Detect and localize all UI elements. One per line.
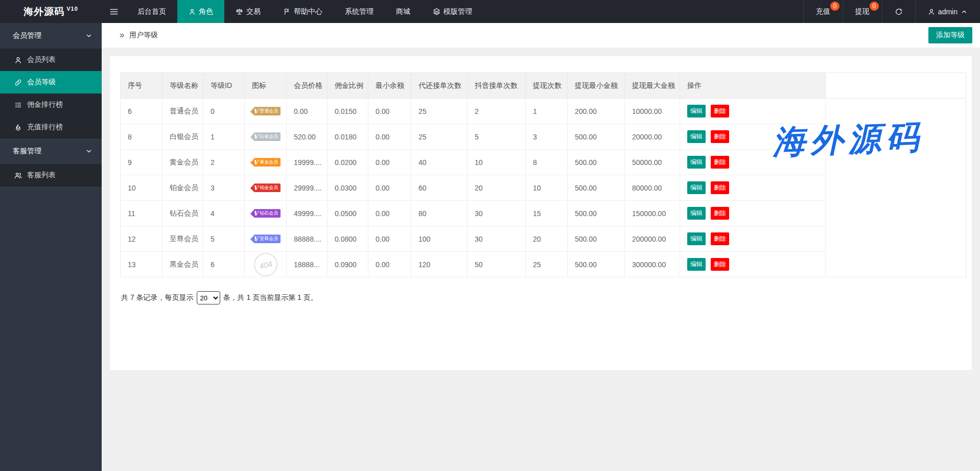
nav-item-7[interactable]: 模版管理 [422, 0, 483, 23]
sidebar-item-客服列表[interactable]: 客服列表 [0, 164, 102, 186]
recharge-menu-item[interactable]: 充值 0 [803, 0, 843, 23]
delete-button[interactable]: 删除 [711, 105, 729, 117]
cell-filler [826, 201, 966, 226]
nav-item-label: 交易 [246, 7, 261, 16]
cell-level_id: 1 [203, 124, 245, 150]
column-header-3: 等级ID [203, 73, 245, 99]
cell-level_id: 4 [203, 201, 245, 226]
cell-repay_orders: 40 [411, 150, 468, 175]
cell-douyin_orders: 50 [468, 252, 526, 277]
delete-button[interactable]: 删除 [711, 156, 729, 169]
cell-repay_orders: 60 [411, 175, 468, 201]
layers-icon [433, 8, 440, 15]
table-row: 6普通会员0V普通会员0.000.01500.002521200.0010000… [121, 99, 966, 124]
sidebar-group-1[interactable]: 会员管理 [0, 23, 102, 49]
table-header-row: 序号等级名称等级ID图标会员价格佣金比例最小余额代还接单次数抖音接单次数提现次数… [121, 73, 966, 99]
page-size-select[interactable]: 20 [197, 291, 220, 304]
sidebar-item-佣金排行榜[interactable]: 佣金排行榜 [0, 93, 102, 116]
refresh-button[interactable] [882, 0, 915, 23]
cell-actions: 编辑 删除 [680, 99, 826, 124]
cell-actions: 编辑 删除 [680, 150, 826, 175]
sidebar-group-label: 客服管理 [13, 147, 41, 156]
nav-item-2[interactable]: 角色 [177, 0, 224, 23]
edit-button[interactable]: 编辑 [687, 207, 706, 220]
delete-button[interactable]: 删除 [711, 258, 729, 271]
level-badge-icon: V黄金会员 [250, 158, 281, 167]
column-header-13: 操作 [680, 73, 826, 99]
cell-name: 黄金会员 [162, 150, 203, 175]
edit-button[interactable]: 编辑 [687, 156, 706, 169]
cell-min_balance: 0.00 [368, 201, 411, 226]
withdraw-label: 提现 [855, 7, 870, 16]
cell-level_id: 6 [203, 252, 245, 277]
recharge-badge: 0 [830, 2, 839, 11]
cell-douyin_orders: 20 [468, 175, 526, 201]
edit-button[interactable]: 编辑 [687, 258, 706, 271]
cell-price: 88888.... [287, 226, 328, 252]
sidebar-group-2[interactable]: 客服管理 [0, 138, 102, 164]
delete-button[interactable]: 删除 [711, 181, 729, 194]
hamburger-menu-icon[interactable] [102, 0, 126, 23]
cell-withdraw_min: 500.00 [568, 124, 625, 150]
nav-item-label: 后台首页 [137, 7, 166, 16]
cell-min_balance: 0.00 [368, 99, 411, 124]
cell-level_id: 0 [203, 99, 245, 124]
cell-commission: 0.0900 [328, 252, 368, 277]
edit-button[interactable]: 编辑 [687, 105, 706, 117]
cell-withdraw_times: 15 [526, 201, 568, 226]
cell-id: 13 [121, 252, 162, 277]
cell-withdraw_min: 500.00 [568, 150, 625, 175]
table-row: 13黑金会员640418888...0.09000.001205025500.0… [121, 252, 966, 277]
edit-button[interactable]: 编辑 [687, 181, 706, 194]
delete-button[interactable]: 删除 [711, 207, 729, 220]
admin-user-menu[interactable]: admin [915, 0, 980, 23]
cell-commission: 0.0150 [328, 99, 368, 124]
double-chevron-right-icon [119, 32, 125, 39]
sidebar-item-会员列表[interactable]: 会员列表 [0, 49, 102, 71]
column-header-14 [826, 73, 966, 99]
column-header-2: 等级名称 [162, 73, 203, 99]
column-header-4: 图标 [245, 73, 287, 99]
level-badge-icon: V钻石会员 [250, 209, 281, 218]
cell-name: 至尊会员 [162, 226, 203, 252]
nav-item-3[interactable]: 交易 [224, 0, 272, 23]
cell-icon: 404 [245, 252, 287, 277]
app-version: V10 [66, 6, 78, 12]
cell-price: 49999.... [287, 201, 328, 226]
nav-item-4[interactable]: 帮助中心 [272, 0, 334, 23]
cell-withdraw_max: 10000.00 [625, 99, 680, 124]
add-level-button[interactable]: 添加等级 [928, 27, 972, 43]
cell-withdraw_times: 1 [526, 99, 568, 124]
nav-item-6[interactable]: 商城 [385, 0, 422, 23]
edit-button[interactable]: 编辑 [687, 232, 706, 245]
column-header-11: 提现最小金额 [568, 73, 625, 99]
delete-button[interactable]: 删除 [711, 232, 729, 245]
sidebar-item-label: 会员等级 [27, 78, 56, 87]
nav-item-5[interactable]: 系统管理 [334, 0, 385, 23]
sidebar-group-label: 会员管理 [13, 31, 41, 40]
cell-name: 普通会员 [162, 99, 203, 124]
navbar-spacer [483, 0, 803, 23]
level-badge-icon: V普通会员 [250, 107, 281, 115]
cell-icon: V钻石会员 [245, 201, 287, 226]
sidebar-item-会员等级[interactable]: 会员等级 [0, 71, 102, 93]
edit-button[interactable]: 编辑 [687, 130, 706, 143]
cell-price: 18888... [287, 252, 328, 277]
list-icon [14, 101, 22, 109]
sidebar-item-充值排行榜[interactable]: 充值排行榜 [0, 116, 102, 138]
cell-icon: V至尊会员 [245, 226, 287, 252]
levels-table: 序号等级名称等级ID图标会员价格佣金比例最小余额代还接单次数抖音接单次数提现次数… [120, 73, 966, 277]
delete-button[interactable]: 删除 [711, 130, 729, 143]
navbar-right: 充值 0 提现 0 admin [803, 0, 980, 23]
pagination: 共 7 条记录，每页显示 20 条，共 1 页当前显示第 1 页。 [121, 291, 972, 304]
sidebar-item-label: 充值排行榜 [27, 123, 63, 132]
withdraw-menu-item[interactable]: 提现 0 [843, 0, 882, 23]
broken-image-404-icon: 404 [251, 250, 279, 278]
main-menu: 后台首页角色交易帮助中心系统管理商城模版管理 [126, 0, 483, 23]
cell-withdraw_times: 10 [526, 175, 568, 201]
nav-item-1[interactable]: 后台首页 [126, 0, 177, 23]
cell-repay_orders: 80 [411, 201, 468, 226]
cell-name: 铂金会员 [162, 175, 203, 201]
cell-min_balance: 0.00 [368, 175, 411, 201]
cell-name: 白银会员 [162, 124, 203, 150]
